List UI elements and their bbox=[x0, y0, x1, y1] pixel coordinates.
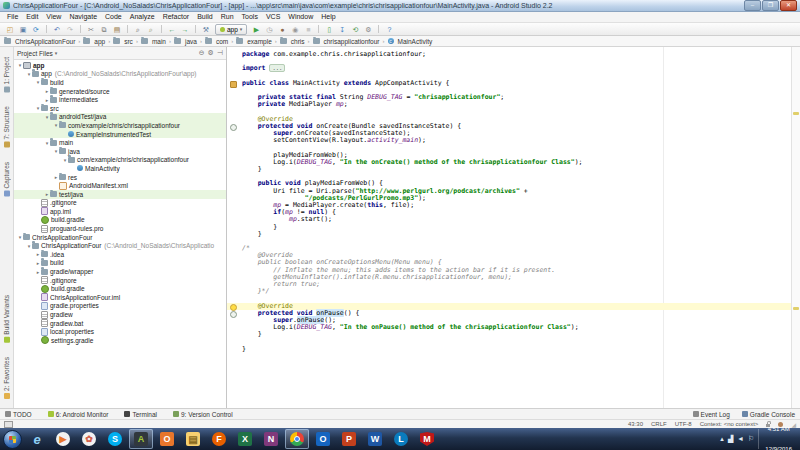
taskbar-slot-onenote-icon[interactable]: N bbox=[259, 429, 283, 449]
back-icon[interactable]: ← bbox=[166, 24, 178, 35]
save-all-icon[interactable]: ▣ bbox=[17, 24, 29, 35]
breadcrumb-java[interactable]: java bbox=[174, 38, 197, 45]
run-configuration-select[interactable]: app▾ bbox=[215, 24, 247, 35]
code-editor[interactable]: package com.example.chris.chrisapplicati… bbox=[227, 47, 791, 408]
breadcrumb-chris[interactable]: chris bbox=[280, 38, 305, 45]
tree-row-build[interactable]: ▸build bbox=[14, 259, 226, 268]
tree-row-main[interactable]: ▾main bbox=[14, 138, 226, 147]
tree-row-java[interactable]: ▾java bbox=[14, 147, 226, 156]
taskbar-slot-internet-explorer-icon[interactable]: e bbox=[25, 429, 49, 449]
open-icon[interactable]: ◰ bbox=[4, 24, 16, 35]
tree-row-gradlew[interactable]: gradlew bbox=[14, 310, 226, 319]
tool-button-event-log[interactable]: Event Log bbox=[693, 411, 730, 418]
sync-icon[interactable]: ⟳ bbox=[30, 24, 42, 35]
taskbar-clock[interactable]: 4:51 AM 12/9/2016 bbox=[758, 429, 797, 449]
tree-row-app-iml[interactable]: app.iml bbox=[14, 207, 226, 216]
menu-tools[interactable]: Tools bbox=[238, 12, 262, 22]
tool-button-gradle-console[interactable]: Gradle Console bbox=[742, 411, 795, 418]
tree-row-chrisapplicationfour[interactable]: ▾ChrisApplicationFour bbox=[14, 233, 226, 242]
taskbar-slot-firefox-icon[interactable]: F bbox=[207, 429, 231, 449]
volume-icon[interactable]: ◄ bbox=[737, 429, 744, 449]
forward-icon[interactable]: → bbox=[179, 24, 191, 35]
taskbar-slot-android-studio-icon[interactable]: A bbox=[129, 429, 153, 449]
start-button[interactable] bbox=[3, 430, 22, 449]
tree-row-gitignore[interactable]: .gitignore bbox=[14, 199, 226, 208]
action-center-flag-icon[interactable]: ⚐ bbox=[748, 429, 754, 449]
breadcrumb-src[interactable]: src bbox=[113, 38, 133, 45]
avd-manager-icon[interactable]: ▯ bbox=[323, 24, 335, 35]
tree-row-com-example-chris-chrisapplicationfour[interactable]: ▾com/example/chris/chrisapplicationfour bbox=[14, 121, 226, 130]
taskbar-slot-powerpoint-icon[interactable]: P bbox=[337, 429, 361, 449]
breadcrumb-chrisapplicationfour[interactable]: chrisapplicationfour bbox=[313, 38, 380, 45]
encoding-indicator[interactable]: UTF-8 bbox=[675, 421, 692, 427]
maximize-button[interactable]: ❐ bbox=[762, 0, 779, 11]
breadcrumb-chrisapplicationfour[interactable]: ChrisApplicationFour bbox=[4, 38, 75, 45]
tree-row-gitignore[interactable]: .gitignore bbox=[14, 276, 226, 285]
taskbar-slot-excel-icon[interactable]: X bbox=[233, 429, 257, 449]
tree-row-build[interactable]: ▾build bbox=[14, 78, 226, 87]
tree-row-mainactivity[interactable]: MainActivity bbox=[14, 164, 226, 173]
profile-icon[interactable]: ◷ bbox=[263, 24, 275, 35]
taskbar-slot-mcafee-icon[interactable]: M bbox=[415, 429, 439, 449]
settings-gear-icon[interactable]: ⚙ bbox=[208, 48, 214, 58]
menu-file[interactable]: File bbox=[3, 12, 22, 22]
tree-row-chrisapplicationfour[interactable]: ▾ChrisApplicationFour(C:\Android_NoSalad… bbox=[14, 241, 226, 250]
taskbar-slot-file-explorer-icon[interactable]: ▤ bbox=[181, 429, 205, 449]
tree-row-local-properties[interactable]: local.properties bbox=[14, 327, 226, 336]
menu-run[interactable]: Run bbox=[217, 12, 238, 22]
menu-refactor[interactable]: Refactor bbox=[159, 12, 193, 22]
redo-icon[interactable]: ↷ bbox=[64, 24, 76, 35]
tool-button-project[interactable]: 1: Project bbox=[1, 57, 13, 92]
taskbar-slot-skype-icon[interactable]: S bbox=[103, 429, 127, 449]
tree-row-androidtest-java[interactable]: ▾androidTest/java bbox=[14, 113, 226, 122]
cut-icon[interactable]: ✂ bbox=[85, 24, 97, 35]
breadcrumb-com[interactable]: com bbox=[205, 38, 228, 45]
taskbar-slot-office-outlook-icon[interactable]: O bbox=[155, 429, 179, 449]
context-indicator[interactable]: Context: <no context> bbox=[700, 421, 759, 427]
menu-build[interactable]: Build bbox=[193, 12, 217, 22]
tree-row-gradle-properties[interactable]: gradle.properties bbox=[14, 302, 226, 311]
breadcrumb-mainactivity[interactable]: cMainActivity bbox=[388, 38, 433, 45]
tree-row-idea[interactable]: ▸.idea bbox=[14, 250, 226, 259]
caret-position[interactable]: 43:30 bbox=[628, 421, 643, 427]
menu-vcs[interactable]: VCS bbox=[262, 12, 284, 22]
make-project-icon[interactable]: ⚒ bbox=[200, 24, 212, 35]
menu-help[interactable]: Help bbox=[317, 12, 339, 22]
close-button[interactable]: ✕ bbox=[780, 0, 797, 11]
copy-icon[interactable]: ⧉ bbox=[98, 24, 110, 35]
lock-icon[interactable] bbox=[766, 424, 770, 427]
tool-window-toggle-icon[interactable] bbox=[4, 421, 13, 428]
error-stripe-mark[interactable] bbox=[793, 112, 799, 115]
menu-navigate[interactable]: Navigate bbox=[65, 12, 101, 22]
coverage-icon[interactable]: ◉ bbox=[289, 24, 301, 35]
tree-row-settings-gradle[interactable]: settings.gradle bbox=[14, 336, 226, 345]
project-structure-icon[interactable]: ⚙ bbox=[362, 24, 374, 35]
tool-button-structure[interactable]: 7: Structure bbox=[1, 106, 13, 148]
tree-row-src[interactable]: ▾src bbox=[14, 104, 226, 113]
breadcrumb-app[interactable]: app bbox=[83, 38, 105, 45]
show-hidden-icons-chevron[interactable]: ▴ bbox=[720, 429, 724, 449]
tree-row-build-gradle[interactable]: build.gradle bbox=[14, 284, 226, 293]
tool-button-captures[interactable]: Captures bbox=[1, 162, 13, 196]
menu-edit[interactable]: Edit bbox=[22, 12, 42, 22]
undo-icon[interactable]: ↶ bbox=[51, 24, 63, 35]
sdk-manager-icon[interactable]: ↧ bbox=[336, 24, 348, 35]
tree-row-res[interactable]: ▸res bbox=[14, 173, 226, 182]
taskbar-slot-chrome-icon[interactable] bbox=[285, 429, 309, 449]
tool-button-android-monitor[interactable]: 6: Android Monitor bbox=[48, 411, 109, 418]
run-icon[interactable]: ▶ bbox=[250, 24, 262, 35]
tree-row-androidmanifest-xml[interactable]: AndroidManifest.xml bbox=[14, 181, 226, 190]
network-icon[interactable]: ▟ bbox=[728, 429, 733, 449]
tree-row-test-java[interactable]: ▸test/java bbox=[14, 190, 226, 199]
debug-icon[interactable]: ● bbox=[276, 24, 288, 35]
minimize-button[interactable]: – bbox=[744, 0, 761, 11]
tree-row-generated-source[interactable]: ▸generated/source bbox=[14, 87, 226, 96]
tree-row-com-example-chris-chrisapplicationfour[interactable]: ▾com/example/chris/chrisapplicationfour bbox=[14, 156, 226, 165]
menu-view[interactable]: View bbox=[42, 12, 65, 22]
project-scope-selector[interactable]: Project Files ▾ bbox=[17, 50, 57, 57]
tool-button-favorites[interactable]: 2: Favorites bbox=[1, 357, 13, 399]
breadcrumb-example[interactable]: example bbox=[236, 38, 272, 45]
tree-row-app[interactable]: ▾app(C:\Android_NoSalads\ChrisApplicatio… bbox=[14, 70, 226, 79]
tree-row-exampleinstrumentedtest[interactable]: ExampleInstrumentedTest bbox=[14, 130, 226, 139]
collapse-all-icon[interactable]: ⊖ bbox=[199, 48, 205, 58]
